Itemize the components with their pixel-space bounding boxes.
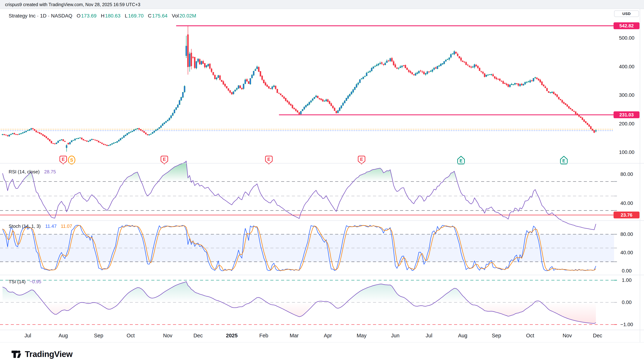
tradingview-logo[interactable]: TradingView: [11, 348, 72, 360]
price-axis-label: 500.00: [613, 35, 640, 41]
time-axis-label: Feb: [255, 333, 272, 338]
currency-selector[interactable]: USD: [614, 10, 639, 17]
svg-text:E: E: [163, 157, 166, 162]
ohlc-item: C175.64: [148, 13, 168, 18]
time-axis-label: Aug: [454, 333, 472, 338]
rsi-value: 28.75: [44, 169, 56, 174]
svg-text:E: E: [62, 157, 65, 162]
rsi-legend[interactable]: RSI (14, close) 28.75: [9, 169, 56, 174]
price-level-badge[interactable]: 231.03: [614, 111, 640, 118]
rsi-line: [2, 161, 596, 230]
price-axis-label: 100.00: [613, 149, 640, 155]
ohlc-item: H180.63: [101, 13, 120, 18]
price-level-badge[interactable]: 542.82: [614, 22, 640, 29]
tradingview-chart-window: ESEEEEE crispus9 created with TradingVie…: [0, 0, 644, 364]
event-badge-E[interactable]: E: [560, 156, 567, 164]
svg-text:E: E: [360, 157, 363, 162]
ohlc-item: O173.69: [76, 13, 96, 18]
attribution-text: crispus9 created with TradingView.com, N…: [5, 0, 140, 9]
tradingview-mark-icon: [11, 348, 22, 360]
time-axis-label: Dec: [190, 333, 207, 338]
time-axis-label: 2025: [223, 333, 240, 338]
tradingview-logo-text: TradingView: [25, 349, 72, 359]
price-axis-label: 400.00: [613, 64, 640, 70]
time-axis-label: Sep: [90, 333, 107, 338]
tsi-title[interactable]: TSI (14): [9, 279, 26, 284]
event-badge-E[interactable]: E: [358, 156, 365, 164]
stoch-legend[interactable]: Stoch (14, 1, 3) 11.47 11.07: [9, 224, 72, 229]
svg-text:E: E: [460, 158, 462, 163]
stoch-axis-label: 0.00: [613, 268, 640, 274]
time-axis-label: Jul: [420, 333, 438, 338]
tsi-axis-label: 1.00: [613, 277, 640, 283]
time-axis-label: May: [353, 333, 370, 338]
candle-wicks-down: [4, 26, 594, 146]
attribution-bar: crispus9 created with TradingView.com, N…: [0, 0, 644, 9]
ohlc-item: Vol20.02M: [172, 13, 196, 18]
time-axis-label: Sep: [488, 333, 505, 338]
time-axis-label: Jun: [387, 333, 404, 338]
ohlc-item: L169.70: [125, 13, 144, 18]
time-axis-label: Oct: [522, 333, 539, 338]
event-badge-E[interactable]: E: [161, 156, 168, 164]
rsi-title[interactable]: RSI (14, close): [9, 169, 40, 174]
time-axis-label: Dec: [589, 333, 606, 338]
time-axis-label: Nov: [558, 333, 576, 338]
event-badge-S[interactable]: S: [68, 156, 75, 164]
candle-wicks-up: [2, 36, 596, 152]
event-badge-E[interactable]: E: [266, 156, 272, 164]
time-axis-label: Mar: [286, 333, 303, 338]
svg-text:E: E: [562, 158, 566, 163]
time-axis-label: Oct: [122, 333, 139, 338]
chart-canvas[interactable]: ESEEEEE: [0, 0, 644, 364]
price-axis-label: 300.00: [613, 92, 640, 98]
tsi-legend[interactable]: TSI (14) −0.95: [9, 279, 41, 284]
time-axis-label: Aug: [54, 333, 72, 338]
stoch-k-value: 11.47: [45, 224, 56, 229]
rsi-level-badge[interactable]: 23.76: [614, 212, 640, 218]
symbol-legend[interactable]: Strategy Inc · 1D · NASDAQO173.69H180.63…: [9, 13, 196, 19]
time-axis-label: Nov: [159, 333, 176, 338]
event-badge-E[interactable]: E: [60, 156, 67, 164]
stoch-axis-label: 80.00: [613, 231, 640, 237]
rsi-axis-label: 80.00: [613, 171, 640, 177]
stoch-axis-label: 40.00: [613, 250, 640, 256]
svg-text:S: S: [70, 158, 73, 162]
price-axis-label: 200.00: [613, 121, 640, 127]
tsi-negative-fill: [2, 282, 596, 324]
symbol-title[interactable]: Strategy Inc · 1D · NASDAQ: [9, 13, 72, 18]
event-badge-E[interactable]: E: [458, 156, 464, 164]
stoch-title[interactable]: Stoch (14, 1, 3): [9, 224, 41, 229]
time-axis-label: Apr: [319, 333, 336, 338]
tsi-value: −0.95: [29, 279, 41, 284]
stoch-d-value: 11.07: [61, 224, 72, 229]
tsi-axis-label: −1.00: [613, 322, 640, 328]
rsi-axis-label: 40.00: [613, 200, 640, 206]
svg-text:E: E: [268, 157, 270, 162]
tsi-axis-label: 0.00: [613, 299, 640, 306]
time-axis-label: Jul: [19, 333, 36, 338]
